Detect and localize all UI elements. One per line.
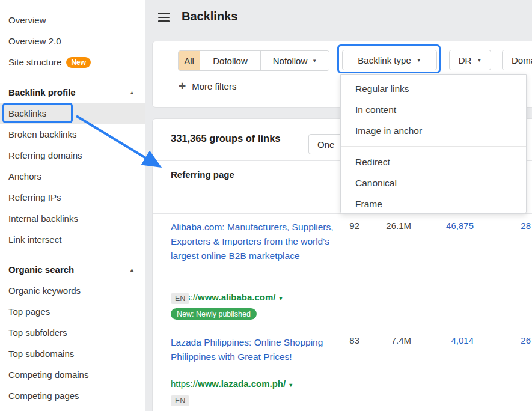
section-title: Backlink profile: [8, 87, 76, 97]
sidebar-item-anchors[interactable]: Anchors: [0, 166, 145, 187]
sidebar-item-site-structure[interactable]: Site structure New: [0, 52, 145, 73]
sidebar-item-overview[interactable]: Overview: [0, 10, 145, 31]
collapse-up-icon: ▲: [129, 267, 135, 273]
group-mode-label: One: [317, 139, 334, 150]
more-filters-button[interactable]: + More filters: [179, 80, 236, 92]
page-title: Backlinks: [182, 10, 237, 23]
sidebar-section-backlink-profile[interactable]: Backlink profile ▲: [0, 82, 145, 103]
sidebar-item-label: Overview 2.0: [8, 36, 61, 46]
sidebar-item-competing-domains[interactable]: Competing domains: [0, 364, 145, 385]
menu-item-frame[interactable]: Frame: [341, 193, 526, 215]
menu-hamburger-icon[interactable]: [158, 13, 170, 22]
backlink-type-filter-button[interactable]: Backlink type ▼: [342, 50, 437, 70]
filter-all-button[interactable]: All: [179, 51, 200, 70]
sidebar-item-backlinks[interactable]: Backlinks: [0, 103, 145, 124]
metric-backlinks-link[interactable]: 4,014: [426, 335, 474, 346]
filter-dofollow-button[interactable]: Dofollow: [200, 51, 261, 70]
sidebar-item-label: Link intersect: [8, 234, 61, 245]
sidebar-item-referring-ips[interactable]: Referring IPs: [0, 187, 145, 208]
collapse-up-icon: ▲: [129, 90, 135, 96]
sidebar-item-competing-pages[interactable]: Competing pages: [0, 385, 145, 406]
sidebar-item-organic-keywords[interactable]: Organic keywords: [0, 280, 145, 301]
dr-filter-button[interactable]: DR ▼: [449, 50, 491, 70]
sidebar-item-top-subdomains[interactable]: Top subdomains: [0, 343, 145, 364]
sidebar-item-internal-backlinks[interactable]: Internal backlinks: [0, 208, 145, 229]
chevron-down-icon: ▼: [288, 382, 293, 388]
menu-item-regular-links[interactable]: Regular links: [341, 78, 526, 99]
menu-item-in-content[interactable]: In content: [341, 99, 526, 120]
sidebar-item-broken-backlinks[interactable]: Broken backlinks: [0, 124, 145, 145]
table-row: Alibaba.com: Manufacturers, Suppliers, E…: [153, 214, 532, 329]
new-badge: New: [66, 57, 91, 68]
sidebar-item-label: Referring domains: [8, 150, 82, 160]
dropdown-divider: [341, 146, 526, 147]
metric-linked-domains-link[interactable]: 26: [483, 335, 531, 346]
sidebar-item-label: Overview: [8, 15, 46, 25]
sidebar-item-label: Backlinks: [8, 108, 46, 118]
sidebar-item-label: Competing domains: [8, 370, 88, 380]
newly-published-badge: New: Newly published: [171, 308, 257, 320]
language-badge: EN: [171, 395, 189, 406]
backlink-type-dropdown-menu: Regular links In content Image in anchor…: [340, 74, 527, 214]
table-row: Lazada Philippines: Online Shopping Phil…: [153, 329, 532, 411]
backlink-type-label: Backlink type: [358, 55, 411, 65]
chevron-down-icon: ▼: [278, 296, 284, 302]
sidebar-item-top-subfolders[interactable]: Top subfolders: [0, 322, 145, 343]
follow-segmented-control: All Dofollow Nofollow ▼: [178, 50, 329, 71]
sidebar-item-overview-2[interactable]: Overview 2.0: [0, 31, 145, 52]
chevron-down-icon: ▼: [417, 58, 421, 63]
sidebar: Overview Overview 2.0 Site structure New…: [0, 0, 145, 411]
menu-item-canonical[interactable]: Canonical: [341, 172, 526, 193]
results-count: 331,365 groups of links: [171, 133, 280, 144]
column-header-referring-page[interactable]: Referring page: [171, 169, 234, 180]
plus-icon: +: [179, 80, 186, 92]
metric-traffic: 26.1M: [369, 221, 411, 231]
domain-filter-button[interactable]: Doma: [502, 50, 532, 70]
metric-backlinks-link[interactable]: 46,875: [426, 221, 474, 231]
url-domain: www.lazada.com.ph/: [198, 379, 286, 389]
chevron-down-icon: ▼: [312, 58, 317, 64]
sidebar-item-label: Top subdomains: [8, 349, 74, 359]
url-scheme: https://: [171, 379, 198, 389]
metric-traffic: 7.4M: [369, 335, 411, 346]
sidebar-item-referring-domains[interactable]: Referring domains: [0, 145, 145, 166]
referring-page-url[interactable]: https://www.lazada.com.ph/▼: [171, 379, 293, 389]
sidebar-item-label: Referring IPs: [8, 192, 61, 202]
filter-nofollow-label: Nofollow: [273, 56, 308, 66]
metric-linked-domains-link[interactable]: 28: [483, 221, 531, 231]
chevron-down-icon: ▼: [477, 58, 482, 63]
sidebar-item-label: Broken backlinks: [8, 129, 76, 139]
filter-dofollow-label: Dofollow: [213, 56, 248, 66]
sidebar-section-organic-search[interactable]: Organic search ▲: [0, 259, 145, 280]
url-domain: www.alibaba.com/: [198, 292, 275, 302]
sidebar-item-link-intersect[interactable]: Link intersect: [0, 229, 145, 250]
referring-page-title-link[interactable]: Lazada Philippines: Online Shopping Phil…: [171, 335, 340, 364]
language-badge: EN: [171, 293, 189, 304]
menu-item-redirect[interactable]: Redirect: [341, 151, 526, 172]
sidebar-item-label: Site structure: [8, 57, 61, 67]
sidebar-item-label: Anchors: [8, 171, 41, 181]
metric-dr: 83: [323, 335, 359, 346]
filter-nofollow-button[interactable]: Nofollow ▼: [261, 51, 329, 70]
metric-dr: 92: [323, 221, 359, 231]
sidebar-item-label: Internal backlinks: [8, 213, 78, 224]
dr-label: DR: [459, 55, 472, 65]
sidebar-item-top-pages[interactable]: Top pages: [0, 301, 145, 322]
filter-all-label: All: [184, 56, 194, 66]
domain-label: Doma: [512, 55, 532, 65]
sidebar-item-label: Competing pages: [8, 391, 79, 401]
section-title: Organic search: [8, 264, 74, 275]
sidebar-item-label: Top pages: [8, 306, 50, 317]
menu-item-image-in-anchor[interactable]: Image in anchor: [341, 120, 526, 141]
more-filters-label: More filters: [192, 81, 236, 91]
sidebar-item-label: Top subfolders: [8, 327, 67, 338]
sidebar-item-label: Organic keywords: [8, 285, 81, 296]
referring-page-title-link[interactable]: Alibaba.com: Manufacturers, Suppliers, E…: [171, 220, 340, 263]
